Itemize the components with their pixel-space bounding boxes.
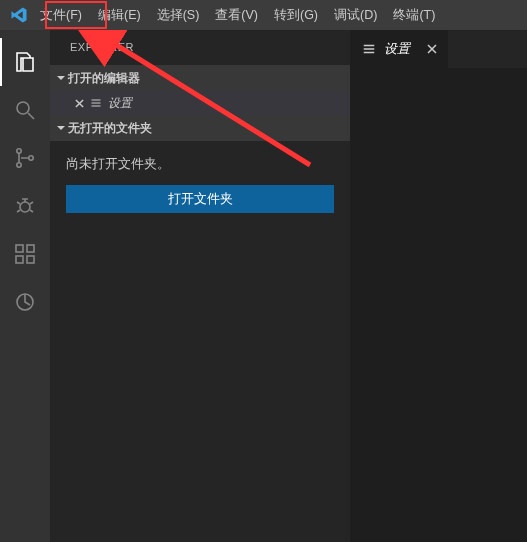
open-folder-button[interactable]: 打开文件夹 [66, 185, 334, 213]
menu-view[interactable]: 查看(V) [207, 0, 266, 30]
menubar: 文件(F) 编辑(E) 选择(S) 查看(V) 转到(G) 调试(D) 终端(T… [0, 0, 527, 30]
sidebar-title: EXPLORER [50, 30, 350, 65]
settings-icon [90, 97, 102, 109]
editor-tab-settings[interactable]: 设置 [350, 30, 448, 68]
activity-bar [0, 30, 50, 542]
close-icon[interactable] [426, 43, 438, 55]
menu-terminal[interactable]: 终端(T) [385, 0, 443, 30]
activity-source-control[interactable] [0, 134, 50, 182]
menu-edit[interactable]: 编辑(E) [90, 0, 149, 30]
no-folder-message: 尚未打开文件夹。 [66, 155, 334, 173]
svg-rect-7 [27, 256, 34, 263]
editor-area: 设置 [350, 30, 527, 542]
menu-debug[interactable]: 调试(D) [326, 0, 385, 30]
close-icon[interactable] [72, 99, 86, 108]
chevron-down-icon [54, 123, 68, 133]
menu-file[interactable]: 文件(F) [32, 0, 90, 30]
section-no-folder[interactable]: 无打开的文件夹 [50, 115, 350, 141]
menu-go[interactable]: 转到(G) [266, 0, 326, 30]
open-editor-item-settings[interactable]: 设置 [50, 91, 350, 115]
activity-debug[interactable] [0, 182, 50, 230]
open-editor-item-label: 设置 [108, 95, 132, 112]
vscode-icon [6, 6, 32, 24]
section-open-editors[interactable]: 打开的编辑器 [50, 65, 350, 91]
svg-point-3 [29, 156, 33, 160]
activity-search[interactable] [0, 86, 50, 134]
menu-selection[interactable]: 选择(S) [149, 0, 208, 30]
section-open-editors-label: 打开的编辑器 [68, 70, 140, 87]
svg-rect-6 [16, 256, 23, 263]
activity-misc[interactable] [0, 278, 50, 326]
svg-rect-5 [16, 245, 23, 252]
editor-tabbar: 设置 [350, 30, 527, 68]
svg-point-2 [17, 163, 21, 167]
chevron-down-icon [54, 73, 68, 83]
activity-explorer[interactable] [0, 38, 50, 86]
svg-point-1 [17, 149, 21, 153]
section-no-folder-label: 无打开的文件夹 [68, 120, 152, 137]
svg-point-0 [17, 102, 29, 114]
editor-tab-label: 设置 [384, 40, 410, 58]
svg-point-4 [20, 202, 30, 212]
svg-rect-8 [27, 245, 34, 252]
settings-icon [362, 42, 376, 56]
sidebar: EXPLORER 打开的编辑器 设置 [50, 30, 350, 542]
activity-extensions[interactable] [0, 230, 50, 278]
